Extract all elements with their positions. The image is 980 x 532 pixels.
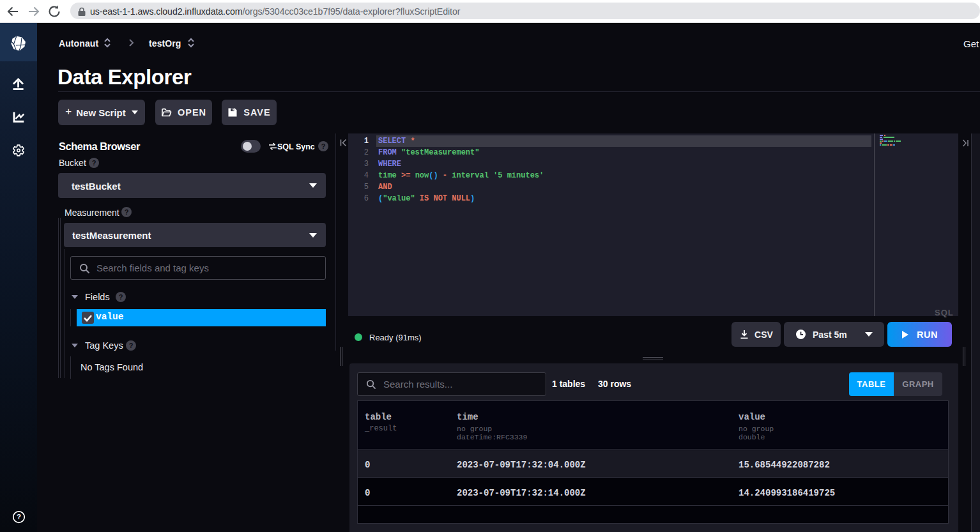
- svg-text:?: ?: [17, 513, 21, 521]
